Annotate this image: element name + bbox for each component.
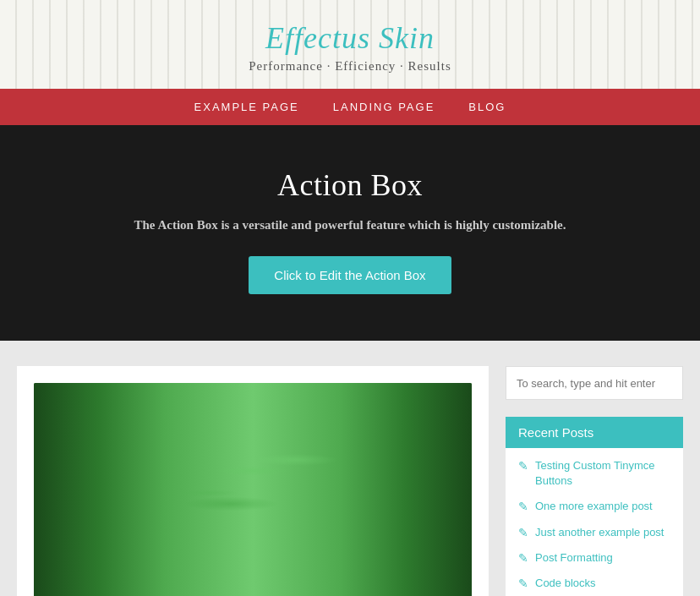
post-image-inner [34, 383, 472, 596]
action-box-description: The Action Box is a versatile and powerf… [34, 218, 666, 232]
edit-icon: ✎ [518, 500, 528, 514]
recent-post-link[interactable]: Post Formatting [535, 550, 613, 566]
edit-icon: ✎ [518, 459, 528, 473]
recent-post-link[interactable]: Code blocks [535, 576, 596, 591]
site-title: Effectus Skin [17, 20, 683, 56]
content-area: Testing Custom Tinymce Buttons Recent Po… [0, 341, 700, 596]
sidebar: Recent Posts ✎ Testing Custom Tinymce Bu… [506, 366, 683, 596]
action-box: Action Box The Action Box is a versatile… [0, 125, 700, 341]
list-item: ✎ Post Formatting [518, 550, 670, 566]
action-box-title: Action Box [34, 167, 666, 203]
action-box-button[interactable]: Click to Edit the Action Box [249, 256, 451, 294]
edit-icon: ✎ [518, 551, 528, 566]
search-input[interactable] [517, 377, 672, 390]
list-item: ✎ One more example post [518, 499, 670, 514]
search-widget [506, 366, 683, 400]
nav-item-example-page[interactable]: EXAMPLE PAGE [194, 101, 299, 113]
edit-icon: ✎ [518, 577, 528, 591]
nav-item-blog[interactable]: BLOG [468, 101, 506, 113]
main-content: Testing Custom Tinymce Buttons [17, 366, 489, 596]
site-header: Effectus Skin Performance · Efficiency ·… [0, 0, 700, 89]
list-item: ✎ Just another example post [518, 525, 670, 540]
main-nav: EXAMPLE PAGE LANDING PAGE BLOG [0, 89, 700, 125]
recent-post-link[interactable]: Testing Custom Tinymce Buttons [535, 458, 670, 489]
post-featured-image [34, 383, 472, 596]
nav-item-landing-page[interactable]: LANDING PAGE [333, 101, 435, 113]
recent-post-link[interactable]: Just another example post [535, 525, 664, 540]
recent-post-link[interactable]: One more example post [535, 499, 653, 514]
recent-posts-list: ✎ Testing Custom Tinymce Buttons ✎ One m… [506, 448, 683, 596]
site-tagline: Performance · Efficiency · Results [17, 59, 683, 74]
recent-posts-title: Recent Posts [506, 417, 683, 448]
edit-icon: ✎ [518, 526, 528, 540]
list-item: ✎ Code blocks [518, 576, 670, 591]
list-item: ✎ Testing Custom Tinymce Buttons [518, 458, 670, 489]
recent-posts-widget: Recent Posts ✎ Testing Custom Tinymce Bu… [506, 417, 683, 596]
